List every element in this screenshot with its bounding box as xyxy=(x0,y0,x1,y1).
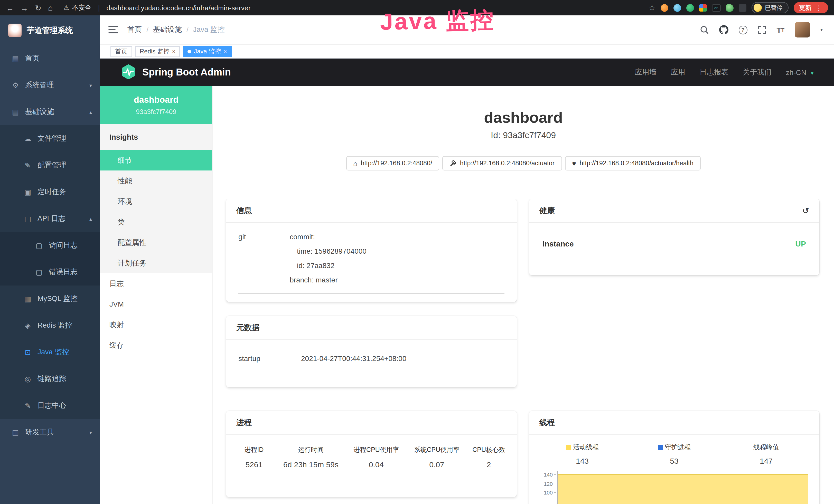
sidebar-group-system[interactable]: ⚙ 系统管理 ▾ xyxy=(0,72,100,98)
sidebar-group-infra[interactable]: ▤ 基础设施 ▴ xyxy=(0,98,100,125)
extension-icon-2[interactable] xyxy=(674,4,681,12)
browser-home-icon[interactable]: ⌂ xyxy=(48,4,53,12)
actuator-url-button[interactable]: http://192.168.0.2:48080/actuator xyxy=(443,156,562,170)
forward-icon[interactable]: → xyxy=(21,4,28,12)
sidebar-item-scheduled-jobs[interactable]: ▣ 定时任务 xyxy=(0,179,100,205)
chevron-down-icon: ▾ xyxy=(89,430,92,435)
sidebar-item-file-management[interactable]: ☁ 文件管理 xyxy=(0,125,100,152)
sidebar-item-label: 定时任务 xyxy=(38,187,66,197)
close-icon[interactable]: × xyxy=(223,48,227,54)
sidebar-item-config-management[interactable]: ✎ 配置管理 xyxy=(0,152,100,179)
sidebar-group-dev-tools[interactable]: ▥ 研发工具 ▾ xyxy=(0,419,100,446)
profile-chip[interactable]: 已暂停 xyxy=(751,2,788,13)
sba-menu-jvm[interactable]: JVM xyxy=(100,294,212,314)
sidebar-item-home[interactable]: ▦ 首页 xyxy=(0,45,100,72)
edit-icon: ✎ xyxy=(24,161,32,169)
info-line: time: 1596289704000 xyxy=(290,244,504,258)
info-key: git xyxy=(238,230,290,287)
info-line: id: 27aa832 xyxy=(290,258,504,273)
sidebar-collapse-icon[interactable] xyxy=(108,26,118,33)
font-size-icon[interactable]: TT xyxy=(776,25,785,34)
github-icon[interactable] xyxy=(719,25,728,35)
service-url-button[interactable]: ⌂ http://192.168.0.2:48080/ xyxy=(346,156,439,170)
health-row: Instance UP xyxy=(543,239,806,257)
metadata-key: startup xyxy=(238,351,301,366)
sba-content: dashboard Id: 93a3fc7f7409 ⌂ http://192.… xyxy=(213,86,834,504)
search-icon[interactable] xyxy=(699,25,709,35)
extension-icon-1[interactable] xyxy=(661,4,668,12)
actuator-url: http://192.168.0.2:48080/actuator xyxy=(460,160,554,167)
process-col-cpus: CPU核心数 2 xyxy=(467,446,511,469)
chevron-down-icon[interactable]: ▾ xyxy=(820,27,823,32)
browser-update-button[interactable]: 更新 ⋮ xyxy=(793,2,828,13)
tab-label: Redis 监控 xyxy=(140,47,170,56)
bookmark-star-icon[interactable]: ☆ xyxy=(649,3,656,12)
sidebar-item-label: 链路追踪 xyxy=(38,374,66,384)
sba-language-select[interactable]: zh-CN ▾ xyxy=(786,68,813,76)
sba-menu-environment[interactable]: 环境 xyxy=(100,191,212,211)
sidebar-item-java-monitor[interactable]: ⊡ Java 监控 xyxy=(0,339,100,366)
sba-nav-applications[interactable]: 应用 xyxy=(671,68,685,77)
sidebar-item-label: 系统管理 xyxy=(25,81,54,90)
history-icon[interactable]: ↺ xyxy=(802,206,809,215)
breadcrumb-item[interactable]: 首页 xyxy=(127,25,142,35)
sidebar-group-api-logs[interactable]: ▤ API 日志 ▴ xyxy=(0,205,100,232)
card-title: 健康 xyxy=(540,206,555,215)
fullscreen-icon[interactable] xyxy=(758,25,766,34)
extension-icon-3[interactable] xyxy=(686,4,694,12)
y-axis-tick xyxy=(554,475,556,475)
sidebar-item-tracing[interactable]: ◎ 链路追踪 xyxy=(0,366,100,392)
health-url: http://192.168.0.2:48080/actuator/health xyxy=(580,160,694,167)
heart-icon: ♥ xyxy=(572,159,576,167)
sba-nav-about[interactable]: 关于我们 xyxy=(743,68,772,77)
threads-stat-label: 线程峰值 xyxy=(753,443,779,452)
security-chip[interactable]: ⚠ 不安全 xyxy=(63,3,91,12)
threads-stat-daemon: 守护进程 53 xyxy=(628,443,720,465)
sba-menu-caches[interactable]: 缓存 xyxy=(100,335,212,356)
update-label: 更新 xyxy=(799,3,811,12)
sidebar-item-mysql-monitor[interactable]: ▦ MySQL 监控 xyxy=(0,285,100,312)
sba-nav-wallboard[interactable]: 应用墙 xyxy=(635,68,657,77)
app-logo[interactable]: 芋道管理系统 xyxy=(0,16,100,45)
sidebar-item-access-logs[interactable]: ▢ 访问日志 xyxy=(0,232,100,259)
sba-menu-logs[interactable]: 日志 xyxy=(100,273,212,294)
close-icon[interactable]: × xyxy=(172,48,175,54)
sidebar-item-log-center[interactable]: ✎ 日志中心 xyxy=(0,392,100,419)
tab-home[interactable]: 首页 xyxy=(110,46,132,57)
profile-avatar-icon xyxy=(753,4,762,12)
sidebar-item-redis-monitor[interactable]: ◈ Redis 监控 xyxy=(0,312,100,339)
tab-java-monitor[interactable]: Java 监控 × xyxy=(183,46,232,57)
extension-icon-4[interactable] xyxy=(699,4,707,12)
sidebar-item-error-logs[interactable]: ▢ 错误日志 xyxy=(0,259,100,285)
url-text[interactable]: dashboard.yudao.iocoder.cn/infra/admin-s… xyxy=(107,4,251,12)
sba-menu-config-props[interactable]: 配置属性 xyxy=(100,232,212,253)
sba-menu-mappings[interactable]: 映射 xyxy=(100,314,212,335)
sba-header: Spring Boot Admin 应用墙 应用 日志报表 关于我们 zh-CN… xyxy=(100,59,834,86)
sba-menu-scheduled-tasks[interactable]: 计划任务 xyxy=(100,253,212,273)
sba-menu-details[interactable]: 细节 xyxy=(100,150,212,170)
doc-edit-icon: ▢ xyxy=(35,241,43,250)
tag-view-bar: 首页 Redis 监控 × Java 监控 × xyxy=(100,45,834,59)
tab-redis-monitor[interactable]: Redis 监控 × xyxy=(135,46,180,57)
sba-menu-metrics[interactable]: 性能 xyxy=(100,170,212,191)
card-title: 进程 xyxy=(236,418,252,428)
extension-on-badge[interactable]: on xyxy=(712,4,721,12)
reload-icon[interactable]: ↻ xyxy=(35,4,41,12)
extensions-puzzle-icon[interactable] xyxy=(739,4,746,12)
process-col-header: 进程CPU使用率 xyxy=(346,446,407,455)
process-col-header: 系统CPU使用率 xyxy=(407,446,467,455)
database-icon: ▦ xyxy=(24,295,32,303)
threads-stat-value: 143 xyxy=(536,457,628,465)
breadcrumb-item[interactable]: 基础设施 xyxy=(153,25,182,35)
breadcrumb-separator: / xyxy=(186,26,189,34)
extension-icon-5[interactable] xyxy=(726,4,733,12)
back-icon[interactable]: ← xyxy=(6,4,14,12)
sba-nav-journal[interactable]: 日志报表 xyxy=(700,68,728,77)
user-avatar[interactable] xyxy=(795,22,810,38)
help-icon[interactable]: ? xyxy=(739,25,747,34)
health-url-button[interactable]: ♥ http://192.168.0.2:48080/actuator/heal… xyxy=(565,156,701,170)
sba-instance-block[interactable]: dashboard 93a3fc7f7409 xyxy=(100,86,212,124)
browser-menu-icon[interactable]: ⋮ xyxy=(815,4,822,12)
sba-menu-classes[interactable]: 类 xyxy=(100,211,212,232)
sidebar-item-label: MySQL 监控 xyxy=(38,294,78,303)
